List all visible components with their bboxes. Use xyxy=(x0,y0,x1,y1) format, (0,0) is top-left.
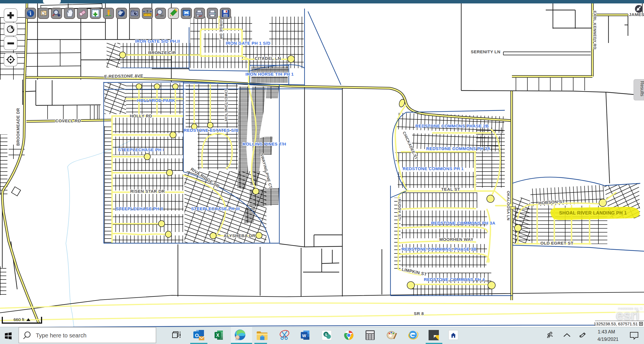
svg-text:REDSTONE COMMONS PH 2A: REDSTONE COMMONS PH 2A xyxy=(426,146,490,151)
svg-text:OLD EGRET ST: OLD EGRET ST xyxy=(540,241,574,245)
svg-text:IRON GATE S/D PH.II: IRON GATE S/D PH.II xyxy=(135,39,180,44)
svg-text:REDSTONE COMMONS PH 1: REDSTONE COMMONS PH 1 xyxy=(403,166,464,171)
svg-text:1:43 AM: 1:43 AM xyxy=(598,329,615,334)
svg-text:Type here to search: Type here to search xyxy=(36,332,87,339)
svg-text:SHOAL RIVER LANDING PH 1: SHOAL RIVER LANDING PH 1 xyxy=(559,211,627,215)
svg-text:REDSTONE COMMONS PHASE 2B: REDSTONE COMMONS PHASE 2B xyxy=(415,123,489,128)
svg-text:IRON HORSE T/H PH 1: IRON HORSE T/H PH 1 xyxy=(246,72,294,76)
svg-text:1325238.53, 637571.51: 1325238.53, 637571.51 xyxy=(594,322,638,326)
svg-text:REDSTONE COMMONS PH 3A: REDSTONE COMMONS PH 3A xyxy=(431,221,495,225)
svg-text:REDSTONE ESTATES S/D: REDSTONE ESTATES S/D xyxy=(184,128,238,133)
svg-text:E REDSTONE AVE: E REDSTONE AVE xyxy=(104,73,143,79)
svg-text:X: X xyxy=(216,333,219,338)
svg-text:REDSTONE COMMONS, PHASE 3B: REDSTONE COMMONS, PHASE 3B xyxy=(402,247,477,251)
svg-text:EARL KENNEDY RD: EARL KENNEDY RD xyxy=(593,11,597,49)
svg-text:STEEPLECHASE PH III: STEEPLECHASE PH III xyxy=(191,206,240,211)
svg-text:LIMESTONE CIR: LIMESTONE CIR xyxy=(224,90,228,121)
svg-text:BRONZE CIR: BRONZE CIR xyxy=(148,50,176,55)
svg-text:HOLLYROD PARK: HOLLYROD PARK xyxy=(137,98,175,103)
svg-text:ROLLING PINES T/H: ROLLING PINES T/H xyxy=(243,141,286,146)
svg-text:HOLLY RD: HOLLY RD xyxy=(130,113,152,118)
svg-text:REDSTONE COMMONS PH 4: REDSTONE COMMONS PH 4 xyxy=(424,277,485,282)
svg-text:SR 8: SR 8 xyxy=(414,311,424,316)
svg-text:STEEPLECHASE PH I: STEEPLECHASE PH I xyxy=(118,147,164,152)
svg-text:JAMES: JAMES xyxy=(629,12,644,17)
svg-text:RISEN STAR DR: RISEN STAR DR xyxy=(130,189,165,194)
svg-text:XY: XY xyxy=(160,14,164,17)
svg-text:COVELL RD: COVELL RD xyxy=(55,118,81,123)
svg-text:FORGE DR: FORGE DR xyxy=(219,18,223,39)
svg-text:MOORHEN WAY: MOORHEN WAY xyxy=(439,237,474,242)
svg-text:660 ft: 660 ft xyxy=(13,317,24,322)
svg-text:S: S xyxy=(325,333,327,337)
svg-text:SERENITY LN: SERENITY LN xyxy=(471,49,500,54)
svg-text:O: O xyxy=(195,333,199,338)
svg-text:STEEPLECHASE PH II: STEEPLECHASE PH II xyxy=(116,206,163,211)
svg-text:?: ? xyxy=(146,10,148,13)
svg-text:W: W xyxy=(302,333,306,338)
svg-text:4/19/2021: 4/19/2021 xyxy=(598,337,619,342)
svg-text:OKALOOSA LN: OKALOOSA LN xyxy=(506,191,511,221)
svg-text:Results: Results xyxy=(640,81,644,96)
svg-text:IRON GATE PH 1 S/D: IRON GATE PH 1 S/D xyxy=(226,41,270,46)
svg-text:ALYSHEBA DR: ALYSHEBA DR xyxy=(224,233,256,238)
svg-text:RUDDY ST: RUDDY ST xyxy=(397,199,402,219)
svg-text:TEAL ST: TEAL ST xyxy=(441,187,460,192)
svg-text:i: i xyxy=(30,11,31,16)
svg-text:BROOKMEADE DR: BROOKMEADE DR xyxy=(16,108,20,146)
svg-text:CITADEL LN: CITADEL LN xyxy=(255,56,281,61)
